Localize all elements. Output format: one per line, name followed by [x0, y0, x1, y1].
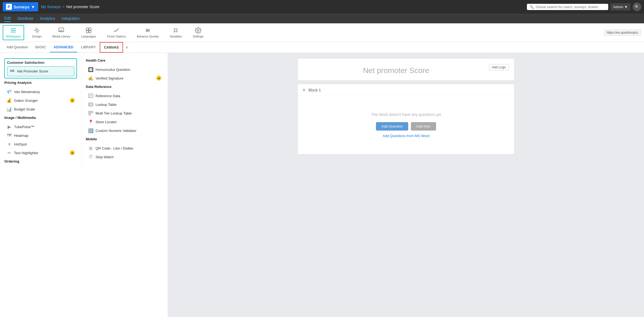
hotspot-item[interactable]: ✕ HotSpot	[4, 140, 77, 148]
admin-label: Admin	[613, 5, 623, 9]
text-highlighter-item[interactable]: ✏ Text Highlighter ★	[4, 148, 77, 157]
media-library-label: Media Library	[52, 35, 70, 38]
tab-canvas[interactable]: CANVAS	[100, 42, 123, 53]
toolbar-finish-options[interactable]: Finish Options	[104, 26, 128, 40]
hotspot-label: HotSpot	[14, 142, 27, 146]
add-question-button[interactable]: Add Question	[376, 122, 408, 131]
svg-point-3	[36, 29, 38, 31]
finish-options-label: Finish Options	[107, 35, 126, 38]
van-westendorp-label: Van Westendorp	[14, 90, 40, 94]
qr-code-label: QR Code - Like / Dislike	[96, 146, 133, 150]
toolbar-url: https://eu.questionpro.	[604, 29, 641, 36]
add-ms-word-link[interactable]: Add Questions from MS Word	[383, 134, 429, 138]
budget-scale-label: Budget Scale	[14, 107, 35, 111]
svg-point-13	[12, 70, 14, 72]
hotspot-icon: ✕	[7, 141, 12, 147]
breadcrumb-separator: >	[62, 5, 65, 9]
toolbar-languages[interactable]: Languages	[79, 26, 99, 40]
van-westendorp-item[interactable]: 💎 Van Westendorp	[4, 87, 77, 96]
app-name: Surveys	[14, 5, 29, 9]
svg-rect-6	[89, 28, 91, 30]
tab-advanced[interactable]: ADVANCED	[50, 42, 77, 52]
svg-rect-18	[89, 103, 93, 106]
canvas-area: Add Logo Net promoter Score ✕ Block 1 Th…	[168, 53, 644, 317]
customer-satisfaction-section: Customer Satisfaction Net Promoter Score	[4, 58, 77, 78]
my-surveys-link[interactable]: My Surveys	[41, 5, 61, 9]
toolbar-media-library[interactable]: Media Library	[50, 26, 73, 40]
mobile-header: Mobile	[86, 137, 163, 141]
qr-code-icon: ⊞	[88, 145, 94, 151]
text-highlighter-badge: ★	[70, 150, 75, 155]
verified-signature-item[interactable]: ✍ Verified Signature ★	[86, 74, 163, 83]
block-header: ✕ Block 1	[298, 84, 514, 96]
block-actions: Add Question Add Intro	[303, 122, 509, 131]
nps-label: Net Promoter Score	[17, 69, 48, 73]
tab-library[interactable]: LIBRARY	[77, 42, 100, 52]
verified-signature-badge: ★	[156, 76, 161, 81]
tab-basic[interactable]: BASIC	[32, 42, 50, 52]
current-survey-title: Net promoter Score	[66, 5, 99, 9]
multi-tier-label: Multi Tier Lookup Table	[96, 111, 132, 115]
custom-numeric-item[interactable]: 🔢 Custom Numeric Validator	[86, 126, 163, 135]
toolbar-design[interactable]: Design	[30, 26, 44, 40]
design-label: Design	[32, 35, 41, 38]
homunculus-label: Homunculus Question	[96, 68, 130, 72]
nps-icon	[9, 68, 15, 74]
toolbar-variables[interactable]: Variables	[167, 26, 185, 40]
nav-tab-distribute[interactable]: Distribute	[17, 15, 33, 22]
toolbar: Workspace Design Media Library Languages…	[0, 23, 644, 42]
design-icon	[34, 27, 40, 34]
left-panel-inner: Customer Satisfaction Net Promoter Score…	[0, 56, 168, 168]
reference-data-item[interactable]: Reference Data	[86, 91, 163, 100]
nav-tab-edit[interactable]: Edit	[4, 15, 11, 22]
lookup-table-item[interactable]: Lookup Table	[86, 100, 163, 109]
text-highlighter-icon: ✏	[7, 150, 12, 156]
ordering-header: Ordering	[4, 159, 77, 163]
multi-tier-item[interactable]: Multi Tier Lookup Table	[86, 109, 163, 118]
lookup-table-icon	[88, 102, 94, 107]
top-bar-right: 🔍 Admin ▼ 🔍	[527, 2, 641, 11]
homunculus-item[interactable]: 🔲 Homunculus Question	[86, 65, 163, 74]
block-content-empty: This block doesn't have any questions ye…	[298, 96, 514, 154]
gabor-granger-item[interactable]: 💰 Gabor Granger ★	[4, 96, 77, 105]
nav-tab-analytics[interactable]: Analytics	[40, 15, 55, 22]
budget-scale-item[interactable]: 📊 Budget Scale	[4, 105, 77, 113]
toolbar-settings[interactable]: Settings	[190, 26, 206, 40]
logo-button[interactable]: P Surveys ▼	[3, 2, 38, 11]
qr-code-item[interactable]: ⊞ QR Code - Like / Dislike	[86, 144, 163, 153]
health-care-header: Health Care	[86, 58, 163, 62]
heatmap-item[interactable]: 🗺 Heatmap	[4, 131, 77, 140]
tubepulse-item[interactable]: ▶ TubePulse™	[4, 122, 77, 131]
heatmap-label: Heatmap	[14, 134, 28, 138]
admin-button[interactable]: Admin ▼	[610, 3, 630, 11]
tab-add-question[interactable]: Add Question	[3, 42, 32, 52]
svg-point-11	[197, 30, 199, 31]
budget-scale-icon: 📊	[7, 106, 12, 112]
stop-watch-item[interactable]: ⏱ Stop Watch	[86, 153, 163, 161]
image-multimedia-header: Image / Multimedia	[4, 116, 77, 120]
van-westendorp-icon: 💎	[7, 89, 12, 94]
homunculus-icon: 🔲	[88, 67, 94, 72]
block-container: ✕ Block 1 This block doesn't have any qu…	[298, 84, 514, 154]
p-icon: P	[6, 4, 12, 10]
advance-quotas-label: Advance Quotas	[137, 35, 159, 38]
nav-tab-integration[interactable]: Integration	[62, 15, 79, 22]
text-highlighter-label: Text Highlighter	[14, 151, 38, 155]
add-intro-button[interactable]: Add Intro	[411, 122, 436, 131]
store-locator-item[interactable]: 📍 Store Locator	[86, 118, 163, 126]
svg-rect-7	[86, 31, 88, 33]
tab-close-button[interactable]: ✕	[123, 43, 131, 52]
breadcrumb: My Surveys > Net promoter Score	[41, 5, 99, 9]
svg-rect-15	[89, 94, 93, 98]
add-logo-button[interactable]: Add Logo	[489, 64, 509, 71]
toolbar-advance-quotas[interactable]: Advance Quotas	[134, 26, 161, 40]
net-promoter-score-item[interactable]: Net Promoter Score	[7, 66, 74, 76]
left-column: Customer Satisfaction Net Promoter Score…	[0, 56, 81, 168]
search-input[interactable]	[536, 5, 606, 9]
settings-icon	[195, 27, 201, 34]
toolbar-workspace[interactable]: Workspace	[3, 25, 24, 40]
svg-point-12	[10, 70, 12, 72]
global-search-button[interactable]: 🔍	[633, 2, 641, 11]
block-collapse-icon[interactable]: ✕	[302, 87, 306, 93]
variables-label: Variables	[170, 35, 182, 38]
